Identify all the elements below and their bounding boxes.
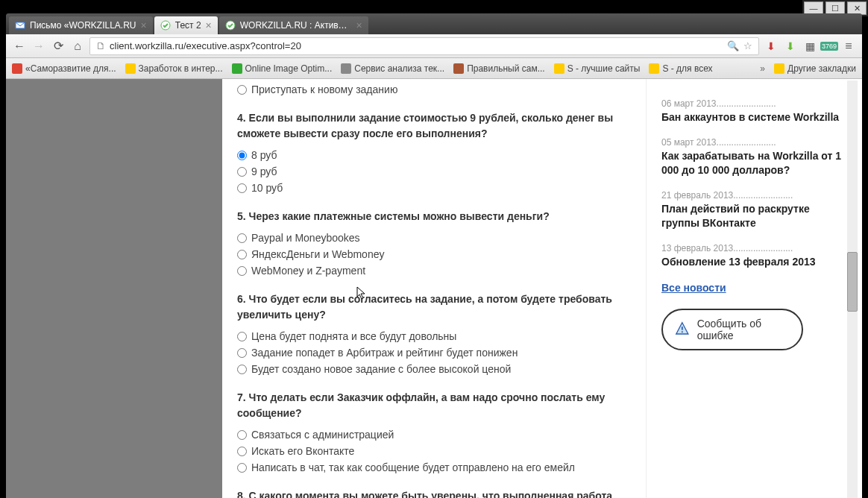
browser-window: Письмо «WORKZILLA.RU × Тест 2 × WORKZILL… bbox=[6, 13, 862, 498]
tab-label: Письмо «WORKZILLA.RU bbox=[30, 20, 136, 31]
radio-option[interactable] bbox=[237, 85, 247, 95]
report-error-button[interactable]: Сообщить об ошибке bbox=[661, 309, 803, 350]
tab-activation[interactable]: WORKZILLA.RU : Активаци × bbox=[219, 16, 368, 34]
extension-icon[interactable]: ▦ bbox=[802, 39, 817, 54]
check-icon bbox=[160, 20, 171, 31]
news-title: План действий по раскрутке группы ВКонта… bbox=[661, 202, 847, 231]
left-sidebar bbox=[6, 79, 222, 498]
bookmark-item[interactable]: Online Image Optim... bbox=[232, 63, 333, 74]
option-label: Задание попадет в Арбитраж и рейтинг буд… bbox=[251, 347, 518, 359]
page-icon: 🗋 bbox=[95, 40, 107, 52]
question-block: 7. Что делать если Заказчик оффлайн, а в… bbox=[237, 390, 631, 473]
check-icon bbox=[225, 20, 236, 31]
radio-option[interactable] bbox=[237, 348, 247, 358]
tab-label: Тест 2 bbox=[175, 20, 201, 31]
option-label: 9 руб bbox=[251, 166, 277, 177]
home-button[interactable]: ⌂ bbox=[70, 39, 85, 54]
navigation-bar: ← → ⟳ ⌂ 🗋 client.workzilla.ru/executive.… bbox=[6, 34, 862, 58]
bookmarks-chevron[interactable]: » bbox=[760, 63, 765, 74]
option-label: WebMoney и Z-payment bbox=[251, 265, 365, 277]
search-icon[interactable]: 🔍 bbox=[727, 40, 739, 52]
news-date: 06 март 2013........................ bbox=[661, 98, 847, 109]
tab-mail[interactable]: Письмо «WORKZILLA.RU × bbox=[9, 16, 153, 34]
main-content: Приступать к новому заданию 4. Если вы в… bbox=[222, 79, 646, 498]
question-text: 5. Через какие платежные системы можно в… bbox=[237, 209, 631, 224]
question-text: 4. Если вы выполнили задание стоимостью … bbox=[237, 110, 631, 142]
news-item[interactable]: 21 февраль 2013........................П… bbox=[661, 190, 847, 231]
news-title: Как зарабатывать на Workzilla от 1 000 д… bbox=[661, 149, 847, 178]
right-sidebar: 06 март 2013........................Бан … bbox=[646, 79, 862, 498]
scrollbar-track[interactable] bbox=[847, 81, 858, 498]
page-content: Приступать к новому заданию 4. Если вы в… bbox=[6, 79, 862, 498]
forward-button[interactable]: → bbox=[31, 39, 46, 54]
question-text: 8. С какого момента вы можете быть увере… bbox=[237, 488, 631, 498]
news-date: 21 февраль 2013........................ bbox=[661, 190, 847, 201]
extension-icon[interactable]: ⬇ bbox=[783, 39, 798, 54]
question-block: 8. С какого момента вы можете быть увере… bbox=[237, 488, 631, 498]
news-date: 05 март 2013........................ bbox=[661, 137, 847, 148]
close-icon[interactable]: × bbox=[141, 19, 147, 31]
option-label: Написать в чат, так как сообщение будет … bbox=[251, 461, 575, 473]
option-label: Искать его Вконтакте bbox=[251, 445, 354, 457]
all-news-link[interactable]: Все новости bbox=[661, 282, 847, 294]
radio-option[interactable] bbox=[237, 151, 247, 160]
option-label: Приступать к новому заданию bbox=[251, 83, 397, 95]
tab-test[interactable]: Тест 2 × bbox=[154, 16, 218, 34]
radio-option[interactable] bbox=[237, 365, 247, 374]
question-block: 5. Через какие платежные системы можно в… bbox=[237, 209, 631, 277]
tab-label: WORKZILLA.RU : Активаци bbox=[240, 20, 352, 31]
menu-button[interactable]: ≡ bbox=[841, 39, 856, 54]
option-label: Будет создано новое задание с более высо… bbox=[251, 363, 511, 375]
close-icon[interactable]: × bbox=[356, 19, 362, 31]
radio-option[interactable] bbox=[237, 233, 247, 243]
mail-icon bbox=[15, 20, 25, 31]
question-text: 6. Что будет если вы согласитесь на зада… bbox=[237, 291, 631, 323]
close-icon[interactable]: × bbox=[206, 19, 212, 31]
back-button[interactable]: ← bbox=[12, 39, 27, 54]
radio-option[interactable] bbox=[237, 430, 247, 440]
option-label: Связаться с администрацией bbox=[251, 429, 394, 441]
bookmark-item[interactable]: Сервис анализа тек... bbox=[341, 63, 444, 74]
extension-badge[interactable]: 3769 bbox=[822, 39, 837, 54]
question-block: 6. Что будет если вы согласитесь на зада… bbox=[237, 291, 631, 375]
news-title: Обновление 13 февраля 2013 bbox=[661, 255, 847, 270]
radio-option[interactable] bbox=[237, 332, 247, 341]
report-label: Сообщить об ошибке bbox=[697, 318, 790, 341]
radio-option[interactable] bbox=[237, 167, 247, 177]
news-item[interactable]: 06 март 2013........................Бан … bbox=[661, 98, 847, 125]
reload-button[interactable]: ⟳ bbox=[51, 39, 66, 54]
question-text: 7. Что делать если Заказчик оффлайн, а в… bbox=[237, 390, 631, 421]
radio-option[interactable] bbox=[237, 250, 247, 259]
other-bookmarks[interactable]: Другие закладки bbox=[774, 63, 856, 74]
tab-bar: Письмо «WORKZILLA.RU × Тест 2 × WORKZILL… bbox=[6, 13, 862, 34]
scrollbar-thumb[interactable] bbox=[847, 252, 858, 312]
bookmark-item[interactable]: Заработок в интер... bbox=[125, 63, 223, 74]
option-label: ЯндексДеньги и Webmoney bbox=[251, 248, 384, 260]
svg-point-4 bbox=[682, 331, 683, 332]
radio-option[interactable] bbox=[237, 266, 247, 276]
option-label: Цена будет поднята и все будут довольны bbox=[251, 330, 456, 342]
news-date: 13 февраль 2013........................ bbox=[661, 243, 847, 253]
news-item[interactable]: 05 март 2013........................Как … bbox=[661, 137, 847, 178]
bookmark-item[interactable]: Правильный сам... bbox=[453, 63, 545, 74]
news-item[interactable]: 13 февраль 2013........................О… bbox=[661, 243, 847, 270]
option-label: 8 руб bbox=[251, 149, 277, 161]
bookmark-folder[interactable]: S - для всех bbox=[649, 63, 712, 74]
address-bar[interactable]: 🗋 client.workzilla.ru/executive.aspx?con… bbox=[89, 37, 759, 55]
bookmarks-bar: «Саморазвитие для... Заработок в интер..… bbox=[6, 58, 862, 79]
news-title: Бан аккаунтов в системе Workzilla bbox=[661, 110, 847, 125]
star-icon[interactable]: ☆ bbox=[742, 40, 754, 52]
radio-option[interactable] bbox=[237, 183, 247, 193]
option-label: 10 руб bbox=[251, 182, 283, 194]
warning-icon bbox=[675, 321, 690, 338]
bookmark-item[interactable]: «Саморазвитие для... bbox=[12, 63, 116, 74]
option-label: Paypal и Moneybookes bbox=[251, 232, 360, 244]
extension-icon[interactable]: ⬇ bbox=[764, 39, 779, 54]
question-block: 4. Если вы выполнили задание стоимостью … bbox=[237, 110, 631, 194]
radio-option[interactable] bbox=[237, 463, 247, 473]
radio-option[interactable] bbox=[237, 447, 247, 456]
url-text: client.workzilla.ru/executive.aspx?contr… bbox=[110, 40, 724, 51]
bookmark-folder[interactable]: S - лучшие сайты bbox=[554, 63, 641, 74]
